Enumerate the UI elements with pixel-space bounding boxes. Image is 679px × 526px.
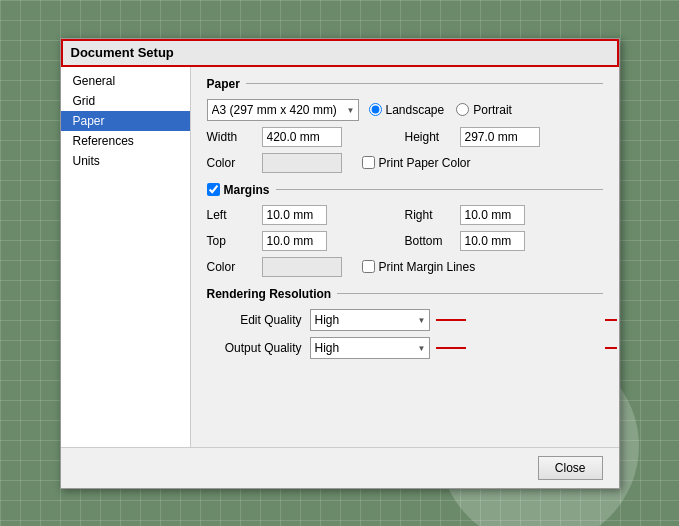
width-input[interactable] bbox=[262, 127, 342, 147]
left-label: Left bbox=[207, 208, 262, 222]
margin-color-input[interactable] bbox=[262, 257, 342, 277]
content-panel: Paper A3 (297 mm x 420 mm) Landscape bbox=[191, 67, 619, 447]
print-margin-lines-checkbox[interactable] bbox=[362, 260, 375, 273]
width-row: Width bbox=[207, 127, 405, 147]
top-input[interactable] bbox=[262, 231, 327, 251]
margins-checkbox-label[interactable]: Margins bbox=[207, 183, 270, 197]
paper-size-dropdown-wrapper: A3 (297 mm x 420 mm) bbox=[207, 99, 359, 121]
nav-item-references[interactable]: References bbox=[61, 131, 190, 151]
output-quality-row: Output Quality High Low Medium Very High bbox=[207, 337, 603, 359]
output-quality-dropdown-wrapper: High Low Medium Very High bbox=[310, 337, 430, 359]
paper-section-title: Paper bbox=[207, 77, 603, 91]
margins-tb-row: Top Bottom bbox=[207, 231, 603, 257]
height-input[interactable] bbox=[460, 127, 540, 147]
right-row: Right bbox=[405, 205, 603, 225]
dialog-title: Document Setup bbox=[61, 39, 619, 67]
landscape-radio[interactable] bbox=[369, 103, 382, 116]
dialog-footer: Close bbox=[61, 447, 619, 488]
paper-top-row: A3 (297 mm x 420 mm) Landscape Portrait bbox=[207, 99, 603, 121]
paper-dimensions-row: Width Height bbox=[207, 127, 603, 153]
print-paper-color-checkbox[interactable] bbox=[362, 156, 375, 169]
right-label: Right bbox=[405, 208, 460, 222]
output-quality-dropdown[interactable]: High Low Medium Very High bbox=[310, 337, 430, 359]
nav-item-paper[interactable]: Paper bbox=[61, 111, 190, 131]
edit-quality-row: Edit Quality High Low Medium Very High bbox=[207, 309, 603, 331]
dialog-body: General Grid Paper References Units Pape… bbox=[61, 67, 619, 447]
portrait-radio-label[interactable]: Portrait bbox=[456, 103, 512, 117]
left-input[interactable] bbox=[262, 205, 327, 225]
bottom-row: Bottom bbox=[405, 231, 603, 251]
paper-section: Paper A3 (297 mm x 420 mm) Landscape bbox=[207, 77, 603, 173]
height-row: Height bbox=[405, 127, 603, 147]
nav-item-units[interactable]: Units bbox=[61, 151, 190, 171]
orientation-group: Landscape Portrait bbox=[369, 103, 512, 117]
nav-panel: General Grid Paper References Units bbox=[61, 67, 191, 447]
margin-color-label: Color bbox=[207, 260, 262, 274]
edit-quality-dropdown[interactable]: High Low Medium Very High bbox=[310, 309, 430, 331]
edit-quality-label: Edit Quality bbox=[207, 313, 302, 327]
margins-checkbox[interactable] bbox=[207, 183, 220, 196]
bottom-label: Bottom bbox=[405, 234, 460, 248]
margins-section: Margins Left Right bbox=[207, 183, 603, 277]
top-row: Top bbox=[207, 231, 405, 251]
paper-color-label: Color bbox=[207, 156, 262, 170]
landscape-radio-label[interactable]: Landscape bbox=[369, 103, 445, 117]
portrait-radio[interactable] bbox=[456, 103, 469, 116]
top-label: Top bbox=[207, 234, 262, 248]
width-label: Width bbox=[207, 130, 262, 144]
paper-color-input[interactable] bbox=[262, 153, 342, 173]
nav-item-general[interactable]: General bbox=[61, 71, 190, 91]
bottom-input[interactable] bbox=[460, 231, 525, 251]
print-paper-color-label[interactable]: Print Paper Color bbox=[362, 156, 471, 170]
height-label: Height bbox=[405, 130, 460, 144]
left-row: Left bbox=[207, 205, 405, 225]
right-input[interactable] bbox=[460, 205, 525, 225]
close-button[interactable]: Close bbox=[538, 456, 603, 480]
document-setup-dialog: Document Setup General Grid Paper Refere… bbox=[60, 38, 620, 489]
paper-size-dropdown[interactable]: A3 (297 mm x 420 mm) bbox=[207, 99, 359, 121]
output-quality-arrow bbox=[436, 347, 466, 349]
nav-item-grid[interactable]: Grid bbox=[61, 91, 190, 111]
rendering-section: Rendering Resolution Edit Quality High L… bbox=[207, 287, 603, 359]
print-margin-lines-label[interactable]: Print Margin Lines bbox=[362, 260, 476, 274]
margin-color-row: Color Print Margin Lines bbox=[207, 257, 603, 277]
margins-section-title: Margins bbox=[207, 183, 603, 197]
output-quality-label: Output Quality bbox=[207, 341, 302, 355]
margins-lr-row: Left Right bbox=[207, 205, 603, 231]
rendering-section-title: Rendering Resolution bbox=[207, 287, 603, 301]
paper-color-row: Color Print Paper Color bbox=[207, 153, 603, 173]
edit-quality-dropdown-wrapper: High Low Medium Very High bbox=[310, 309, 430, 331]
edit-quality-arrow bbox=[436, 319, 466, 321]
